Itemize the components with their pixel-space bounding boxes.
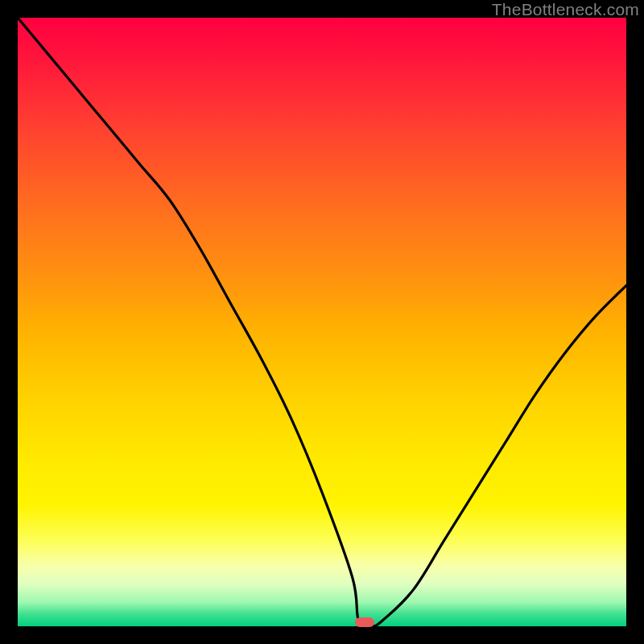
plot-area [18, 18, 626, 626]
watermark-text: TheBottleneck.com [492, 0, 639, 19]
bottleneck-curve [18, 18, 626, 626]
optimal-marker [355, 617, 374, 627]
